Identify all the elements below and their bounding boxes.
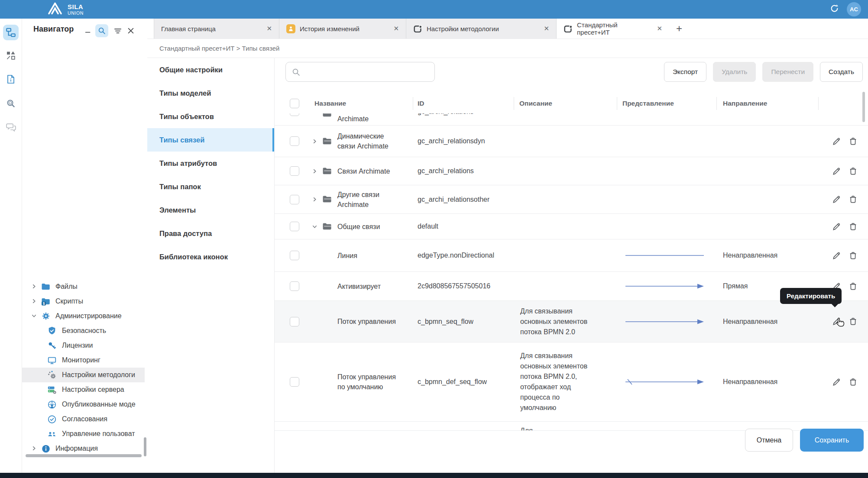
- edit-button[interactable]: [832, 214, 841, 239]
- table-row[interactable]: ЛинияedgeType.nonDirectionalНенаправленн…: [275, 239, 868, 272]
- tree-item[interactable]: Мониторинг: [22, 353, 145, 368]
- chevron-right-icon[interactable]: [31, 445, 38, 452]
- table-vertical-scrollbar[interactable]: [862, 92, 865, 122]
- row-checkbox[interactable]: [290, 251, 299, 260]
- tab-close-icon[interactable]: ✕: [266, 25, 272, 32]
- column-header[interactable]: Описание: [519, 93, 552, 113]
- settings-menu-item[interactable]: Типы атрибутов: [147, 152, 274, 175]
- row-checkbox[interactable]: [290, 222, 299, 231]
- rail-chat-icon[interactable]: [3, 120, 19, 135]
- tree-item[interactable]: Управление пользоват: [22, 426, 145, 441]
- tree-item[interactable]: Опубликованные моде: [22, 397, 145, 412]
- table-row[interactable]: Общие связиdefault: [275, 214, 868, 239]
- rail-shapes-icon[interactable]: [3, 48, 19, 63]
- refresh-icon[interactable]: [829, 3, 840, 16]
- toolbar-button[interactable]: Удалить: [713, 62, 756, 82]
- column-header[interactable]: Представление: [622, 93, 674, 113]
- tree-item[interactable]: Лицензии: [22, 338, 145, 353]
- settings-menu-item[interactable]: Типы папок: [147, 175, 274, 198]
- column-header[interactable]: Название: [314, 93, 346, 113]
- table-row[interactable]: Archimategc_archi_relations: [275, 113, 868, 126]
- settings-menu-item[interactable]: Права доступа: [147, 222, 274, 245]
- tree-item[interactable]: Информация: [22, 441, 145, 456]
- edit-button[interactable]: [832, 239, 841, 271]
- table-search-input[interactable]: [285, 62, 435, 82]
- row-checkbox[interactable]: [290, 317, 299, 326]
- column-divider[interactable]: [413, 97, 413, 110]
- edit-button[interactable]: [832, 157, 841, 185]
- edit-button[interactable]: [832, 185, 841, 213]
- tree-item[interactable]: Файлы: [22, 279, 145, 294]
- tree-item[interactable]: Настройки сервера: [22, 382, 145, 397]
- toolbar-button[interactable]: Создать: [820, 62, 863, 82]
- column-divider[interactable]: [514, 97, 514, 110]
- column-divider[interactable]: [617, 97, 617, 110]
- row-expander[interactable]: [311, 185, 318, 213]
- settings-menu-item[interactable]: Библиотека иконок: [147, 245, 274, 268]
- navigator-horizontal-scrollbar[interactable]: [26, 454, 142, 457]
- avatar[interactable]: AC: [847, 2, 861, 16]
- delete-button[interactable]: [849, 239, 858, 271]
- chevron-down-icon[interactable]: [31, 313, 38, 320]
- tab[interactable]: Главная страница✕: [154, 19, 279, 39]
- toolbar-button[interactable]: Экспорт: [664, 62, 706, 82]
- settings-menu-item[interactable]: Типы объектов: [147, 105, 274, 128]
- chevron-right-icon[interactable]: [31, 283, 38, 290]
- tree-item[interactable]: Настройки методологи: [22, 368, 145, 382]
- column-divider[interactable]: [716, 97, 717, 110]
- tab[interactable]: Стандартный пресет+ИТ✕: [557, 19, 669, 39]
- navigator-vertical-scrollbar[interactable]: [144, 437, 146, 456]
- toolbar-button[interactable]: Перенести: [762, 62, 813, 82]
- delete-button[interactable]: [849, 272, 858, 300]
- tab-close-icon[interactable]: ✕: [393, 25, 399, 32]
- tree-item[interactable]: Администрирование: [22, 309, 145, 323]
- delete-button[interactable]: [849, 126, 858, 157]
- select-all-checkbox[interactable]: [290, 99, 299, 108]
- row-checkbox[interactable]: [290, 195, 299, 204]
- filter-icon[interactable]: [111, 24, 124, 37]
- edit-button[interactable]: [832, 126, 841, 157]
- row-checkbox[interactable]: [290, 136, 299, 146]
- table-row[interactable]: Поток управленияc_bpmn_seq_flowДля связы…: [275, 301, 868, 342]
- settings-menu-item[interactable]: Элементы: [147, 198, 274, 222]
- search-icon[interactable]: [95, 24, 108, 37]
- row-checkbox[interactable]: [290, 281, 299, 291]
- cancel-button[interactable]: Отмена: [745, 429, 793, 452]
- table-row[interactable]: Динамические связи Archimategc_archi_rel…: [275, 126, 868, 157]
- row-expander[interactable]: [311, 157, 318, 185]
- tree-item[interactable]: Безопасность: [22, 323, 145, 338]
- settings-menu-item[interactable]: Типы моделей: [147, 81, 274, 105]
- delete-button[interactable]: [849, 342, 858, 421]
- settings-menu-item[interactable]: Общие настройки: [147, 58, 274, 81]
- tab-close-icon[interactable]: ✕: [657, 25, 662, 32]
- settings-menu-item[interactable]: Типы связей: [147, 128, 274, 152]
- rail-doc-info-icon[interactable]: [3, 71, 19, 87]
- delete-button[interactable]: [849, 157, 858, 185]
- tree-item[interactable]: $Скрипты: [22, 294, 145, 309]
- save-button[interactable]: Сохранить: [800, 429, 864, 452]
- column-header[interactable]: Направление: [723, 93, 767, 113]
- minimize-icon[interactable]: [82, 24, 95, 37]
- new-tab-button[interactable]: +: [669, 19, 689, 39]
- column-divider[interactable]: [818, 97, 819, 110]
- row-expander[interactable]: [311, 214, 318, 239]
- tab-close-icon[interactable]: ✕: [544, 25, 549, 32]
- row-checkbox[interactable]: [290, 166, 299, 176]
- tab[interactable]: История изменений✕: [279, 19, 406, 39]
- row-checkbox[interactable]: [290, 377, 299, 387]
- table-row[interactable]: Активизирует2c9d808567557505016Прямая: [275, 272, 868, 301]
- table-row[interactable]: Другие связи Archimategc_archi_relations…: [275, 185, 868, 214]
- tab[interactable]: Настройки методологии✕: [406, 19, 557, 39]
- chevron-right-icon[interactable]: [31, 298, 38, 305]
- rail-hierarchy-icon[interactable]: [3, 25, 19, 40]
- tree-item[interactable]: Согласования: [22, 412, 145, 426]
- edit-button[interactable]: [832, 342, 841, 421]
- table-row[interactable]: Связи Archimategc_archi_relations: [275, 157, 868, 185]
- delete-button[interactable]: [849, 214, 858, 239]
- row-checkbox[interactable]: [290, 113, 299, 116]
- delete-button[interactable]: [849, 301, 858, 342]
- column-header[interactable]: ID: [418, 93, 424, 113]
- row-expander[interactable]: [311, 126, 318, 157]
- delete-button[interactable]: [849, 185, 858, 213]
- table-row[interactable]: Поток управления по умолчаниюc_bpmn_def_…: [275, 342, 868, 422]
